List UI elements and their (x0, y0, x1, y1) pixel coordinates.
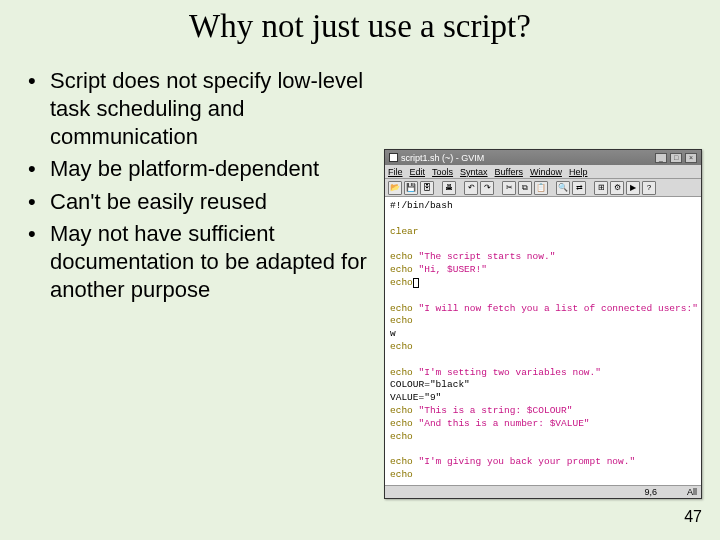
menu-buffers[interactable]: Buffers (495, 167, 523, 177)
toolbar: 📂 💾 🗄 🖶 ↶ ↷ ✂ ⧉ 📋 🔍 ⇄ ⊞ (385, 179, 701, 197)
open-icon[interactable]: 📂 (388, 181, 402, 195)
shell-icon[interactable]: ▶ (626, 181, 640, 195)
slide-title: Why not just use a script? (0, 8, 720, 45)
find-icon[interactable]: 🔍 (556, 181, 570, 195)
redo-icon[interactable]: ↷ (480, 181, 494, 195)
minimize-icon[interactable]: _ (655, 153, 667, 163)
undo-icon[interactable]: ↶ (464, 181, 478, 195)
bullet-item: Can't be easily reused (28, 188, 384, 216)
menu-file[interactable]: File (388, 167, 403, 177)
page-number: 47 (684, 508, 702, 526)
replace-icon[interactable]: ⇄ (572, 181, 586, 195)
maximize-icon[interactable]: □ (670, 153, 682, 163)
status-position: 9,6 (644, 487, 657, 497)
bullet-item: May not have sufficient documentation to… (28, 220, 384, 304)
bullet-item: May be platform-dependent (28, 155, 384, 183)
editor-screenshot: script1.sh (~) - GVIM _ □ × File Edit To… (384, 149, 702, 499)
content-row: Script does not specify low-level task s… (0, 67, 720, 499)
save-all-icon[interactable]: 🗄 (420, 181, 434, 195)
help-icon[interactable]: ? (642, 181, 656, 195)
tag-icon[interactable]: ⊞ (594, 181, 608, 195)
print-icon[interactable]: 🖶 (442, 181, 456, 195)
menu-help[interactable]: Help (569, 167, 588, 177)
bullet-item: Script does not specify low-level task s… (28, 67, 384, 151)
window-title-text: script1.sh (~) - GVIM (401, 153, 484, 163)
menu-tools[interactable]: Tools (432, 167, 453, 177)
make-icon[interactable]: ⚙ (610, 181, 624, 195)
document-icon (389, 153, 398, 162)
editor-window: script1.sh (~) - GVIM _ □ × File Edit To… (384, 149, 702, 499)
menu-edit[interactable]: Edit (410, 167, 426, 177)
menu-syntax[interactable]: Syntax (460, 167, 488, 177)
cut-icon[interactable]: ✂ (502, 181, 516, 195)
menu-bar: File Edit Tools Syntax Buffers Window He… (385, 165, 701, 179)
status-right: All (687, 487, 697, 497)
paste-icon[interactable]: 📋 (534, 181, 548, 195)
window-titlebar: script1.sh (~) - GVIM _ □ × (385, 150, 701, 165)
text-cursor (413, 278, 419, 288)
close-icon[interactable]: × (685, 153, 697, 163)
status-bar: 9,6 All (385, 485, 701, 498)
save-icon[interactable]: 💾 (404, 181, 418, 195)
code-editor-area[interactable]: #!/bin/bash clear echo "The script start… (385, 197, 701, 485)
menu-window[interactable]: Window (530, 167, 562, 177)
bullet-list: Script does not specify low-level task s… (28, 67, 384, 499)
slide: Why not just use a script? Script does n… (0, 0, 720, 540)
copy-icon[interactable]: ⧉ (518, 181, 532, 195)
